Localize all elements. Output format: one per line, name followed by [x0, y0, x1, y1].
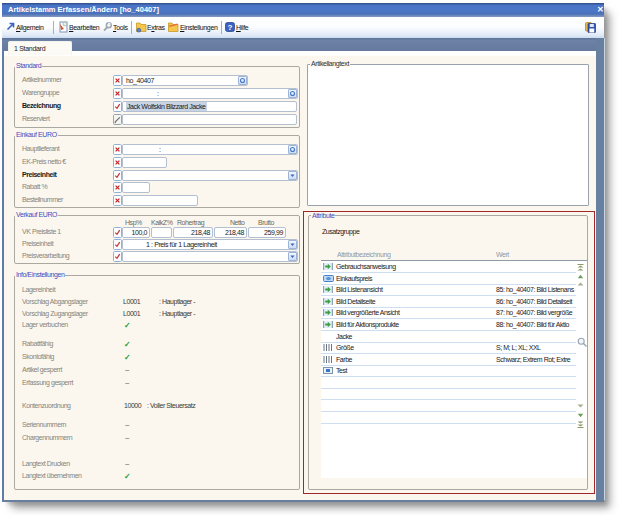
svg-text:?: ? [228, 23, 233, 32]
